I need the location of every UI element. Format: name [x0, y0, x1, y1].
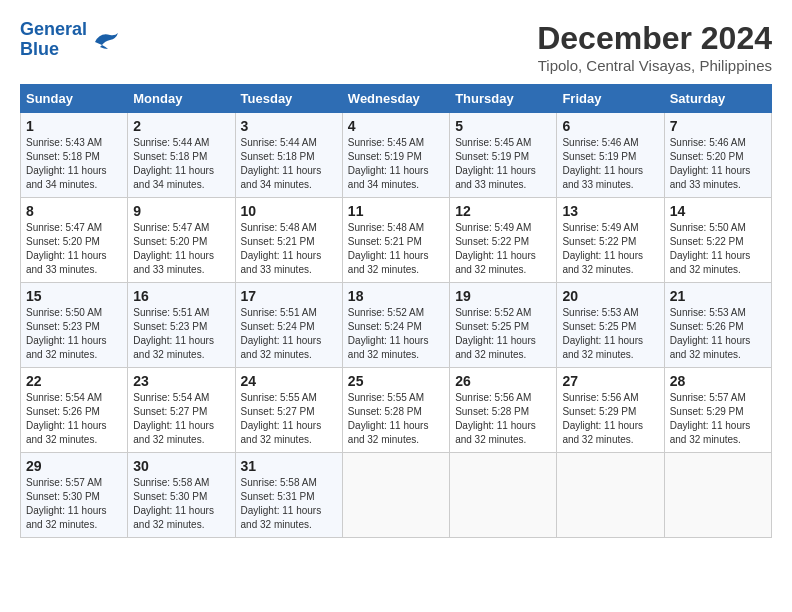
header-cell-friday: Friday	[557, 85, 664, 113]
day-number: 30	[133, 458, 229, 474]
day-info: Sunrise: 5:50 AM Sunset: 5:22 PM Dayligh…	[670, 221, 766, 277]
calendar-cell	[557, 453, 664, 538]
logo-general: General	[20, 19, 87, 39]
day-info: Sunrise: 5:47 AM Sunset: 5:20 PM Dayligh…	[133, 221, 229, 277]
calendar-cell: 17Sunrise: 5:51 AM Sunset: 5:24 PM Dayli…	[235, 283, 342, 368]
calendar-cell: 24Sunrise: 5:55 AM Sunset: 5:27 PM Dayli…	[235, 368, 342, 453]
calendar-cell: 22Sunrise: 5:54 AM Sunset: 5:26 PM Dayli…	[21, 368, 128, 453]
calendar-week-5: 29Sunrise: 5:57 AM Sunset: 5:30 PM Dayli…	[21, 453, 772, 538]
calendar-header: SundayMondayTuesdayWednesdayThursdayFrid…	[21, 85, 772, 113]
day-info: Sunrise: 5:57 AM Sunset: 5:29 PM Dayligh…	[670, 391, 766, 447]
day-number: 7	[670, 118, 766, 134]
day-info: Sunrise: 5:54 AM Sunset: 5:26 PM Dayligh…	[26, 391, 122, 447]
day-info: Sunrise: 5:56 AM Sunset: 5:28 PM Dayligh…	[455, 391, 551, 447]
day-number: 28	[670, 373, 766, 389]
day-number: 14	[670, 203, 766, 219]
day-info: Sunrise: 5:53 AM Sunset: 5:25 PM Dayligh…	[562, 306, 658, 362]
day-info: Sunrise: 5:51 AM Sunset: 5:24 PM Dayligh…	[241, 306, 337, 362]
calendar-cell: 6Sunrise: 5:46 AM Sunset: 5:19 PM Daylig…	[557, 113, 664, 198]
calendar-cell: 11Sunrise: 5:48 AM Sunset: 5:21 PM Dayli…	[342, 198, 449, 283]
day-number: 22	[26, 373, 122, 389]
day-info: Sunrise: 5:52 AM Sunset: 5:25 PM Dayligh…	[455, 306, 551, 362]
calendar-cell: 7Sunrise: 5:46 AM Sunset: 5:20 PM Daylig…	[664, 113, 771, 198]
day-info: Sunrise: 5:51 AM Sunset: 5:23 PM Dayligh…	[133, 306, 229, 362]
day-info: Sunrise: 5:58 AM Sunset: 5:31 PM Dayligh…	[241, 476, 337, 532]
day-info: Sunrise: 5:56 AM Sunset: 5:29 PM Dayligh…	[562, 391, 658, 447]
day-number: 16	[133, 288, 229, 304]
header-cell-thursday: Thursday	[450, 85, 557, 113]
day-info: Sunrise: 5:45 AM Sunset: 5:19 PM Dayligh…	[455, 136, 551, 192]
calendar-cell: 12Sunrise: 5:49 AM Sunset: 5:22 PM Dayli…	[450, 198, 557, 283]
day-number: 23	[133, 373, 229, 389]
calendar-cell: 1Sunrise: 5:43 AM Sunset: 5:18 PM Daylig…	[21, 113, 128, 198]
calendar-cell: 25Sunrise: 5:55 AM Sunset: 5:28 PM Dayli…	[342, 368, 449, 453]
calendar-cell: 2Sunrise: 5:44 AM Sunset: 5:18 PM Daylig…	[128, 113, 235, 198]
header-cell-monday: Monday	[128, 85, 235, 113]
day-info: Sunrise: 5:57 AM Sunset: 5:30 PM Dayligh…	[26, 476, 122, 532]
day-info: Sunrise: 5:44 AM Sunset: 5:18 PM Dayligh…	[241, 136, 337, 192]
day-number: 9	[133, 203, 229, 219]
calendar-cell: 5Sunrise: 5:45 AM Sunset: 5:19 PM Daylig…	[450, 113, 557, 198]
calendar-cell: 18Sunrise: 5:52 AM Sunset: 5:24 PM Dayli…	[342, 283, 449, 368]
calendar-cell: 15Sunrise: 5:50 AM Sunset: 5:23 PM Dayli…	[21, 283, 128, 368]
day-number: 8	[26, 203, 122, 219]
day-number: 1	[26, 118, 122, 134]
day-number: 26	[455, 373, 551, 389]
header-cell-sunday: Sunday	[21, 85, 128, 113]
day-info: Sunrise: 5:43 AM Sunset: 5:18 PM Dayligh…	[26, 136, 122, 192]
day-info: Sunrise: 5:47 AM Sunset: 5:20 PM Dayligh…	[26, 221, 122, 277]
day-number: 12	[455, 203, 551, 219]
calendar-cell: 19Sunrise: 5:52 AM Sunset: 5:25 PM Dayli…	[450, 283, 557, 368]
calendar-cell: 26Sunrise: 5:56 AM Sunset: 5:28 PM Dayli…	[450, 368, 557, 453]
day-number: 24	[241, 373, 337, 389]
calendar-table: SundayMondayTuesdayWednesdayThursdayFrid…	[20, 84, 772, 538]
day-number: 31	[241, 458, 337, 474]
day-number: 15	[26, 288, 122, 304]
logo-text: General Blue	[20, 20, 87, 60]
subtitle: Tipolo, Central Visayas, Philippines	[537, 57, 772, 74]
header-cell-saturday: Saturday	[664, 85, 771, 113]
day-number: 27	[562, 373, 658, 389]
calendar-week-3: 15Sunrise: 5:50 AM Sunset: 5:23 PM Dayli…	[21, 283, 772, 368]
day-info: Sunrise: 5:49 AM Sunset: 5:22 PM Dayligh…	[562, 221, 658, 277]
calendar-cell: 10Sunrise: 5:48 AM Sunset: 5:21 PM Dayli…	[235, 198, 342, 283]
day-info: Sunrise: 5:53 AM Sunset: 5:26 PM Dayligh…	[670, 306, 766, 362]
day-info: Sunrise: 5:50 AM Sunset: 5:23 PM Dayligh…	[26, 306, 122, 362]
day-number: 20	[562, 288, 658, 304]
calendar-cell: 28Sunrise: 5:57 AM Sunset: 5:29 PM Dayli…	[664, 368, 771, 453]
day-info: Sunrise: 5:44 AM Sunset: 5:18 PM Dayligh…	[133, 136, 229, 192]
calendar-cell: 3Sunrise: 5:44 AM Sunset: 5:18 PM Daylig…	[235, 113, 342, 198]
day-number: 18	[348, 288, 444, 304]
day-number: 17	[241, 288, 337, 304]
day-number: 11	[348, 203, 444, 219]
day-info: Sunrise: 5:48 AM Sunset: 5:21 PM Dayligh…	[241, 221, 337, 277]
day-info: Sunrise: 5:55 AM Sunset: 5:28 PM Dayligh…	[348, 391, 444, 447]
calendar-cell: 4Sunrise: 5:45 AM Sunset: 5:19 PM Daylig…	[342, 113, 449, 198]
calendar-cell: 29Sunrise: 5:57 AM Sunset: 5:30 PM Dayli…	[21, 453, 128, 538]
calendar-cell: 31Sunrise: 5:58 AM Sunset: 5:31 PM Dayli…	[235, 453, 342, 538]
day-number: 29	[26, 458, 122, 474]
main-title: December 2024	[537, 20, 772, 57]
logo-blue: Blue	[20, 39, 59, 59]
day-number: 13	[562, 203, 658, 219]
calendar-body: 1Sunrise: 5:43 AM Sunset: 5:18 PM Daylig…	[21, 113, 772, 538]
calendar-week-1: 1Sunrise: 5:43 AM Sunset: 5:18 PM Daylig…	[21, 113, 772, 198]
calendar-cell: 23Sunrise: 5:54 AM Sunset: 5:27 PM Dayli…	[128, 368, 235, 453]
calendar-cell: 8Sunrise: 5:47 AM Sunset: 5:20 PM Daylig…	[21, 198, 128, 283]
calendar-cell	[450, 453, 557, 538]
calendar-cell: 21Sunrise: 5:53 AM Sunset: 5:26 PM Dayli…	[664, 283, 771, 368]
day-info: Sunrise: 5:48 AM Sunset: 5:21 PM Dayligh…	[348, 221, 444, 277]
calendar-cell: 20Sunrise: 5:53 AM Sunset: 5:25 PM Dayli…	[557, 283, 664, 368]
day-info: Sunrise: 5:46 AM Sunset: 5:20 PM Dayligh…	[670, 136, 766, 192]
day-number: 19	[455, 288, 551, 304]
day-info: Sunrise: 5:46 AM Sunset: 5:19 PM Dayligh…	[562, 136, 658, 192]
title-block: December 2024 Tipolo, Central Visayas, P…	[537, 20, 772, 74]
calendar-cell: 9Sunrise: 5:47 AM Sunset: 5:20 PM Daylig…	[128, 198, 235, 283]
day-number: 25	[348, 373, 444, 389]
calendar-cell: 13Sunrise: 5:49 AM Sunset: 5:22 PM Dayli…	[557, 198, 664, 283]
calendar-cell: 27Sunrise: 5:56 AM Sunset: 5:29 PM Dayli…	[557, 368, 664, 453]
logo: General Blue	[20, 20, 120, 60]
day-info: Sunrise: 5:58 AM Sunset: 5:30 PM Dayligh…	[133, 476, 229, 532]
day-info: Sunrise: 5:54 AM Sunset: 5:27 PM Dayligh…	[133, 391, 229, 447]
day-number: 10	[241, 203, 337, 219]
